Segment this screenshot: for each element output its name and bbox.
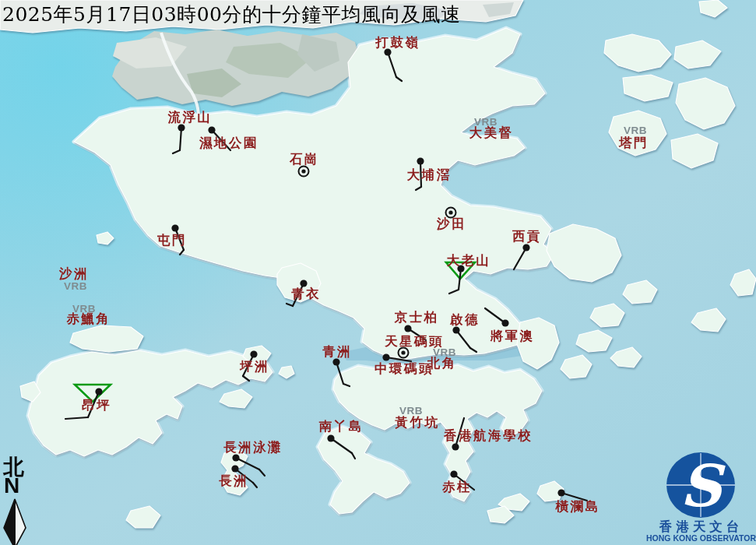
station-label: 流浮山 — [168, 109, 213, 126]
station-dot — [171, 224, 178, 231]
station-label: 京士柏 — [395, 309, 439, 326]
station-label: 南丫島 — [319, 418, 364, 435]
wind-barb-feather — [470, 348, 476, 352]
station-dot — [327, 434, 334, 441]
station-label: 大埔滘 — [407, 167, 452, 184]
north-compass: 北 N — [0, 453, 31, 545]
hko-logo-monogram: S — [680, 452, 726, 519]
station-label: 黃竹坑 — [396, 414, 440, 431]
station-label: 沙田 — [437, 216, 466, 233]
station-dot — [450, 470, 457, 477]
station-label: 石崗 — [290, 151, 319, 168]
vrb-wind-label: VRB — [474, 116, 498, 128]
vrb-wind-label: VRB — [399, 405, 423, 417]
vrb-wind-label: VRB — [624, 125, 647, 136]
wind-barb-feather — [173, 150, 180, 153]
station-label: 濕地公園 — [199, 135, 258, 152]
wind-barb-staff — [236, 458, 259, 469]
station-label: 長洲 — [219, 473, 248, 490]
station-label: 啟德 — [450, 311, 480, 329]
vrb-wind-label: VRB — [64, 280, 87, 292]
vrb-wind-label: VRB — [433, 346, 456, 358]
wind-barb-staff — [514, 248, 526, 269]
station-dot — [250, 350, 257, 357]
wind-map: 打鼓嶺流浮山濕地公園石崗大埔滘大美督VRB塔門VRB沙田西貢大老山屯門沙洲VRB… — [0, 0, 756, 545]
wind-barb-staff — [331, 438, 352, 453]
station-dot — [557, 489, 564, 496]
wind-barb-feather — [65, 417, 88, 419]
wind-barb-staff — [485, 308, 505, 323]
station-dot — [231, 465, 238, 472]
station-label: 塔門 — [619, 135, 649, 152]
wind-barb-feather — [396, 77, 402, 81]
vrb-wind-label: VRB — [72, 303, 96, 315]
map-title: 2025年5月17日03時00分的十分鐘平均風向及風速 — [2, 2, 460, 27]
station-label: 大老山 — [447, 252, 491, 269]
station-label: 香港航海學校 — [444, 427, 533, 445]
station-dot — [501, 319, 508, 326]
wind-barb-feather — [352, 453, 355, 459]
wind-barb-feather — [343, 384, 350, 386]
wind-barb-feather — [287, 304, 293, 306]
wind-barb-staff — [388, 52, 396, 77]
station-dot — [95, 388, 102, 395]
wind-barb-feather — [259, 469, 265, 476]
compass-needle-icon — [1, 497, 29, 545]
station-label: 青洲 — [322, 343, 352, 360]
station-label: 西貢 — [512, 228, 542, 245]
wind-barb-feather — [253, 483, 257, 487]
station-label: 昂坪 — [82, 397, 111, 414]
station-dot — [208, 126, 215, 133]
calm-wind-marker-center — [301, 169, 305, 173]
wind-barb-feather — [243, 376, 249, 381]
wind-barb-feather — [180, 250, 184, 255]
wind-barb-feather — [416, 187, 421, 190]
station-label: 中環碼頭 — [374, 360, 434, 378]
hko-logo: S 香港天文台 HONG KONG OBSERVATORY — [646, 448, 756, 545]
station-label: 赤柱 — [442, 479, 472, 496]
station-label: 青衣 — [291, 286, 321, 303]
calm-wind-marker-center — [448, 210, 452, 214]
north-letter-label: N — [4, 473, 19, 498]
calm-wind-marker-center — [401, 350, 405, 354]
station-label: 屯門 — [157, 232, 187, 249]
station-label: 打鼓嶺 — [376, 34, 420, 51]
station-dot — [417, 157, 424, 164]
wind-barb-feather — [449, 290, 459, 294]
station-label: 長洲泳灘 — [223, 439, 283, 456]
station-label: 橫瀾島 — [556, 498, 600, 515]
station-label: 坪洲 — [240, 358, 269, 375]
station-label: 將軍澳 — [491, 328, 535, 345]
hko-logo-english: HONG KONG OBSERVATORY — [646, 533, 756, 543]
wind-marker-layer — [0, 0, 756, 545]
